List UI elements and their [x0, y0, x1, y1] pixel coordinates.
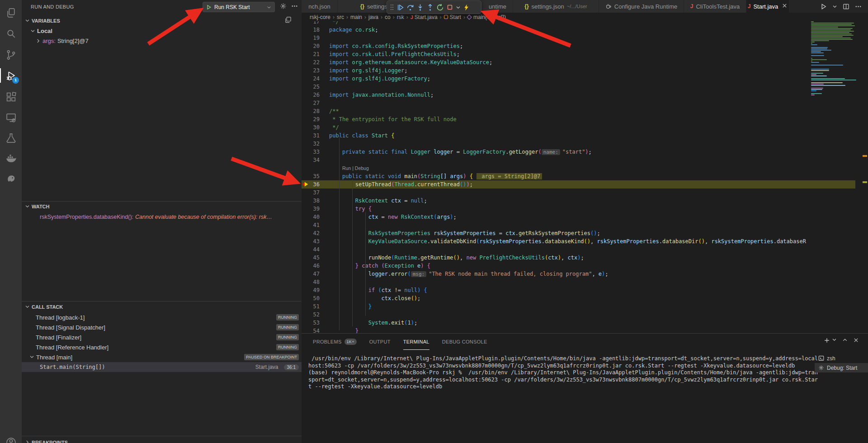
line-number[interactable]: 53	[302, 319, 320, 327]
line-number[interactable]: 40	[302, 213, 320, 221]
activity-bar-item-extensions[interactable]	[0, 88, 22, 106]
code-line-39[interactable]: 39 try {	[302, 205, 809, 213]
code-editor[interactable]: 17 */18package co.rsk;1920import co.rsk.…	[302, 21, 809, 333]
close-icon[interactable]	[782, 3, 788, 10]
step-into-icon[interactable]	[415, 2, 425, 13]
code-line-23[interactable]: 23import org.slf4j.Logger;	[302, 66, 809, 75]
breadcrumb-item[interactable]: rsk	[397, 14, 404, 20]
line-number[interactable]: 17	[302, 21, 320, 26]
step-over-icon[interactable]	[405, 2, 415, 13]
code-line-19[interactable]: 19	[302, 34, 809, 42]
activity-bar-item-remote-explorer[interactable]	[0, 108, 22, 127]
panel-tab-debug-console[interactable]: DEBUG CONSOLE	[442, 334, 487, 350]
line-number[interactable]: 39	[302, 205, 320, 213]
line-number[interactable]: 52	[302, 311, 320, 319]
line-number[interactable]: 33	[302, 148, 320, 156]
chevron-down-icon[interactable]	[832, 337, 837, 344]
hot-code-replace-icon[interactable]	[461, 2, 471, 13]
line-number[interactable]: 46	[302, 262, 320, 270]
code-line-21[interactable]: 21import co.rsk.util.PreflightChecksUtil…	[302, 50, 809, 58]
code-line-35[interactable]: 35 public static void main(String[] args…	[302, 172, 809, 180]
restart-icon[interactable]	[435, 2, 445, 13]
codelens-run-debug[interactable]: Run | Debug	[342, 164, 369, 172]
watch-expression[interactable]: rskSystemProperties.databaseKind(): Cann…	[22, 212, 302, 222]
run-config-dropdown[interactable]: Run RSK Start	[203, 2, 275, 12]
split-editor-icon[interactable]	[843, 3, 849, 10]
line-number[interactable]: 35	[302, 172, 320, 180]
code-line-43[interactable]: 43 KeyValueDataSource.validateDbKind(rsk…	[302, 237, 809, 245]
line-number[interactable]: 49	[302, 286, 320, 294]
line-number[interactable]: 37	[302, 189, 320, 197]
activity-bar-item-source-control[interactable]	[0, 46, 22, 64]
line-number[interactable]: 47	[302, 270, 320, 278]
line-number[interactable]: 23	[302, 66, 320, 75]
variable-item[interactable]: args: String[2]@7	[22, 36, 302, 45]
line-number[interactable]: 54	[302, 327, 320, 333]
code-line-18[interactable]: 18package co.rsk;	[302, 26, 809, 34]
breakpoints-section-header[interactable]: BREAKPOINTS	[22, 438, 302, 443]
line-number[interactable]: 26	[302, 91, 320, 99]
code-line-41[interactable]: 41	[302, 221, 809, 229]
code-line-22[interactable]: 22import org.ethereum.datasource.KeyValu…	[302, 58, 809, 66]
watch-section-header[interactable]: WATCH	[22, 202, 302, 211]
line-number[interactable]: 48	[302, 278, 320, 286]
minimap[interactable]	[809, 21, 857, 333]
plus-icon[interactable]	[824, 337, 830, 344]
stop-icon[interactable]	[445, 2, 455, 13]
activity-bar-item-search[interactable]	[0, 24, 22, 42]
code-line-33[interactable]: 33 private static final Logger logger = …	[302, 148, 809, 156]
line-number[interactable]: 28	[302, 107, 320, 115]
code-line-29[interactable]: 29 * The entrypoint for the RSK full nod…	[302, 115, 809, 123]
code-line-25[interactable]: 25	[302, 83, 809, 91]
line-number[interactable]: 51	[302, 302, 320, 311]
activity-bar-item-explorer[interactable]	[0, 4, 22, 22]
line-number[interactable]: 38	[302, 197, 320, 205]
line-number[interactable]: 41	[302, 221, 320, 229]
line-number[interactable]: 32	[302, 140, 320, 148]
call-stack-thread[interactable]: Thread [Signal Dispatcher]RUNNING	[22, 322, 302, 332]
gear-icon[interactable]	[280, 3, 287, 11]
code-line-20[interactable]: 20import co.rsk.config.RskSystemProperti…	[302, 42, 809, 50]
more-icon[interactable]	[855, 3, 862, 10]
tab-nch-json[interactable]: nch.json	[302, 0, 338, 13]
variables-scope-local[interactable]: Local	[22, 26, 302, 35]
line-number[interactable]: 31	[302, 132, 320, 140]
breadcrumb-item[interactable]: java	[368, 14, 378, 20]
terminal-list-item-zsh[interactable]: zsh	[815, 353, 868, 363]
line-number[interactable]: 27	[302, 99, 320, 107]
tab-configure-java-runtime[interactable]: Configure Java Runtime	[599, 0, 684, 13]
breadcrumb[interactable]: rskj-core›src›main›java›co›rsk›JStart.ja…	[302, 13, 809, 21]
code-line-32[interactable]: 32	[302, 140, 809, 148]
code-line-46[interactable]: 46 } catch (Exception e) {	[302, 262, 809, 270]
call-stack-section-header[interactable]: CALL STACK	[22, 302, 302, 311]
code-line-37[interactable]: 37	[302, 189, 809, 197]
activity-bar-item-run-and-debug[interactable]: 1	[0, 66, 22, 85]
code-line-51[interactable]: 51 }	[302, 302, 809, 311]
tab-clitoolstest-java[interactable]: JCliToolsTest.java	[684, 0, 746, 13]
code-line-40[interactable]: 40 ctx = new RskContext(args);	[302, 213, 809, 221]
line-number[interactable]: 45	[302, 254, 320, 262]
terminal-output[interactable]: /usr/bin/env /Library/Internet\ Plug-Ins…	[308, 355, 810, 391]
line-number[interactable]: 20	[302, 42, 320, 50]
chevron-down-icon[interactable]	[455, 2, 461, 13]
call-stack-thread[interactable]: Thread [main]PAUSED ON BREAKPOINT	[22, 352, 302, 362]
code-line-27[interactable]: 27	[302, 99, 809, 107]
line-number[interactable]: 19	[302, 34, 320, 42]
code-line-49[interactable]: 49 if (ctx != null) {	[302, 286, 809, 294]
account-icon[interactable]	[0, 433, 22, 443]
code-line-45[interactable]: 45 runNode(Runtime.getRuntime(), new Pre…	[302, 254, 809, 262]
tab-settings-json[interactable]: {}settings.json~/.../User	[513, 0, 599, 13]
step-out-icon[interactable]	[425, 2, 435, 13]
line-number[interactable]: 29	[302, 115, 320, 123]
breadcrumb-item[interactable]: main(String[])	[467, 14, 506, 20]
line-number[interactable]: 34	[302, 156, 320, 164]
code-line-50[interactable]: 50 ctx.close();	[302, 294, 809, 302]
code-line-24[interactable]: 24import org.slf4j.LoggerFactory;	[302, 75, 809, 83]
code-line-48[interactable]: 48	[302, 278, 809, 286]
breadcrumb-item[interactable]: rskj-core	[310, 14, 330, 20]
code-line-17[interactable]: 17 */	[302, 21, 809, 26]
line-number[interactable]: 24	[302, 75, 320, 83]
code-line-53[interactable]: 53 System.exit(1);	[302, 319, 809, 327]
call-stack-thread[interactable]: Thread [Reference Handler]RUNNING	[22, 342, 302, 352]
line-number[interactable]: 44	[302, 245, 320, 254]
